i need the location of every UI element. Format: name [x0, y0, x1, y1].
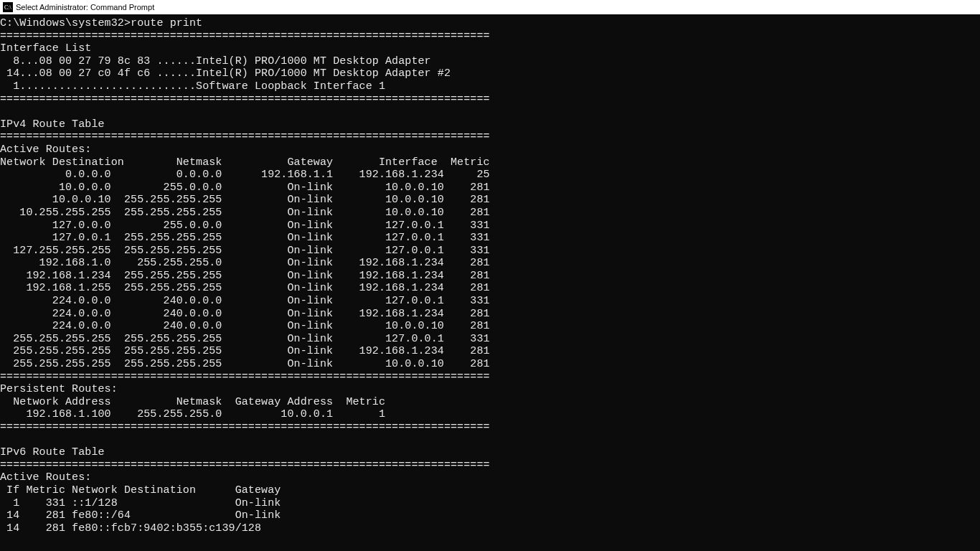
- cmd-icon: C:\: [3, 2, 13, 12]
- persistent-columns: Network Address Netmask Gateway Address …: [0, 396, 385, 408]
- active-routes-header: Active Routes:: [0, 471, 91, 484]
- terminal-output[interactable]: C:\Windows\system32>route print ========…: [0, 14, 980, 551]
- separator-line: ========================================…: [0, 93, 490, 105]
- separator-line: ========================================…: [0, 30, 490, 42]
- active-routes-header: Active Routes:: [0, 143, 91, 156]
- prompt-command: route print: [131, 17, 202, 29]
- persistent-rows: 192.168.1.100 255.255.255.0 10.0.0.1 1: [0, 408, 385, 420]
- prompt-line: C:\Windows\system32>route print: [0, 17, 202, 29]
- ipv6-rows: 1 331 ::1/128 On-link 14 281 fe80::/64 O…: [0, 497, 281, 534]
- separator-line: ========================================…: [0, 421, 490, 433]
- svg-text:C:\: C:\: [4, 4, 12, 11]
- interface-line: 1...........................Software Loo…: [0, 80, 385, 93]
- window-title: Select Administrator: Command Prompt: [16, 3, 154, 11]
- interface-list-header: Interface List: [0, 42, 91, 55]
- persistent-routes-header: Persistent Routes:: [0, 383, 118, 395]
- separator-line: ========================================…: [0, 371, 490, 383]
- ipv6-columns: If Metric Network Destination Gateway: [0, 484, 281, 496]
- ipv4-title: IPv4 Route Table: [0, 118, 105, 131]
- separator-line: ========================================…: [0, 459, 490, 471]
- ipv6-title: IPv6 Route Table: [0, 446, 105, 458]
- prompt-path: C:\Windows\system32>: [0, 17, 131, 29]
- ipv4-columns: Network Destination Netmask Gateway Inte…: [0, 156, 490, 169]
- separator-line: ========================================…: [0, 131, 490, 143]
- interface-line: 8...08 00 27 79 8c 83 ......Intel(R) PRO…: [0, 55, 431, 67]
- ipv4-rows: 0.0.0.0 0.0.0.0 192.168.1.1 192.168.1.23…: [0, 169, 490, 370]
- interface-line: 14...08 00 27 c0 4f c6 ......Intel(R) PR…: [0, 67, 451, 80]
- window-title-bar[interactable]: C:\ Select Administrator: Command Prompt: [0, 0, 980, 14]
